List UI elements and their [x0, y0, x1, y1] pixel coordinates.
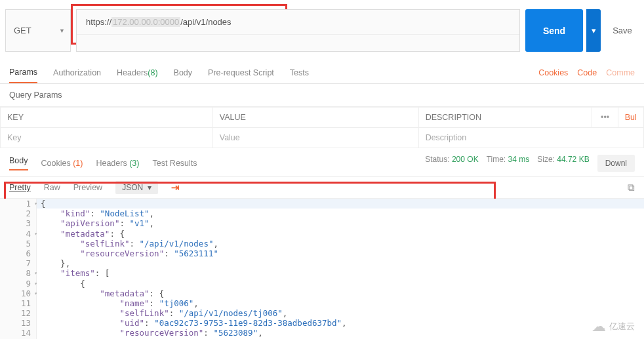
- copy-icon[interactable]: ⧉: [628, 182, 635, 193]
- tab-body[interactable]: Body: [174, 62, 193, 83]
- key-input[interactable]: Key: [1, 128, 213, 148]
- wrap-icon[interactable]: ⇥: [171, 182, 180, 193]
- link-code[interactable]: Code: [577, 68, 597, 77]
- view-pretty[interactable]: Pretty: [9, 183, 31, 192]
- value-input[interactable]: Value: [212, 128, 418, 148]
- chevron-down-icon: ▼: [59, 28, 65, 34]
- code-line: 7 },: [0, 258, 644, 268]
- table-row: Key Value Description: [1, 128, 644, 148]
- col-value: VALUE: [212, 108, 418, 128]
- code-line: 9 {: [0, 279, 644, 289]
- code-line: 12 "selfLink": "/api/v1/nodes/tj006",: [0, 308, 644, 318]
- view-raw[interactable]: Raw: [44, 183, 60, 192]
- method-label: GET: [14, 26, 31, 35]
- response-view-bar: Pretty Raw Preview JSON ▾ ⇥ ⧉: [0, 176, 644, 199]
- link-cookies[interactable]: Cookies: [538, 68, 568, 77]
- bulk-edit-link[interactable]: Bul: [618, 108, 643, 128]
- tab-prerequest[interactable]: Pre-request Script: [208, 62, 274, 83]
- request-tabs: Params Authorization Headers (8) Body Pr…: [0, 62, 644, 84]
- send-dropdown[interactable]: ▾: [586, 9, 601, 52]
- http-method-select[interactable]: GET ▼: [5, 9, 71, 52]
- tab-params[interactable]: Params: [9, 62, 37, 83]
- code-line: 5 "selfLink": "/api/v1/nodes",: [0, 239, 644, 249]
- col-more-icon[interactable]: •••: [592, 108, 618, 128]
- footer-brand: ☁ 亿速云: [592, 318, 635, 335]
- tab-authorization[interactable]: Authorization: [53, 62, 101, 83]
- code-line: 2 "kind": "NodeList",: [0, 209, 644, 218]
- description-input[interactable]: Description: [418, 128, 643, 148]
- query-params-table: KEY VALUE DESCRIPTION ••• Bul Key Value …: [0, 107, 644, 148]
- request-bar: GET ▼ https://172.00.00.0:0000/api/v1/no…: [0, 0, 644, 62]
- cloud-icon: ☁: [592, 318, 606, 335]
- code-line: 3 "apiVersion": "v1",: [0, 218, 644, 228]
- resp-tab-body[interactable]: Body: [9, 156, 28, 170]
- tab-headers[interactable]: Headers (8): [117, 62, 158, 83]
- code-line: 11 "name": "tj006",: [0, 298, 644, 308]
- resp-tab-testresults[interactable]: Test Results: [152, 159, 197, 168]
- time-badge: Time: 34 ms: [487, 155, 530, 172]
- download-button[interactable]: Downl: [597, 155, 635, 172]
- code-line: 10 "metadata": {: [0, 289, 644, 298]
- size-badge: Size: 44.72 KB: [537, 155, 589, 172]
- code-line: 13 "uid": "0ac92c73-9753-11e9-82d3-38adb…: [0, 318, 644, 328]
- url-input-container: https://172.00.00.0:0000/api/v1/nodes: [76, 9, 520, 52]
- status-badge: Status: 200 OK: [425, 155, 478, 172]
- col-key: KEY: [1, 108, 213, 128]
- response-tabs: Body Cookies (1) Headers (3) Test Result…: [0, 148, 644, 176]
- send-button[interactable]: Send: [525, 9, 583, 52]
- response-body-viewer[interactable]: 1{2 "kind": "NodeList",3 "apiVersion": "…: [0, 199, 644, 339]
- code-line: 8 "items": [: [0, 268, 644, 278]
- resp-tab-headers[interactable]: Headers (3): [96, 159, 139, 168]
- code-line: 1{: [0, 199, 644, 209]
- view-preview[interactable]: Preview: [73, 183, 102, 192]
- query-params-title: Query Params: [0, 84, 644, 107]
- format-select[interactable]: JSON ▾: [115, 181, 158, 194]
- url-subrow: [77, 34, 519, 51]
- code-line: 6 "resourceVersion": "5623111": [0, 249, 644, 258]
- url-input[interactable]: https://172.00.00.0:0000/api/v1/nodes: [77, 10, 519, 34]
- tab-tests[interactable]: Tests: [290, 62, 309, 83]
- resp-tab-cookies[interactable]: Cookies (1): [41, 159, 83, 168]
- col-description: DESCRIPTION: [418, 108, 592, 128]
- link-comments[interactable]: Comme: [606, 68, 635, 77]
- code-line: 4 "metadata": {: [0, 229, 644, 239]
- code-line: 14 "resourceVersion": "5623089",: [0, 328, 644, 338]
- save-button[interactable]: Save: [606, 9, 639, 52]
